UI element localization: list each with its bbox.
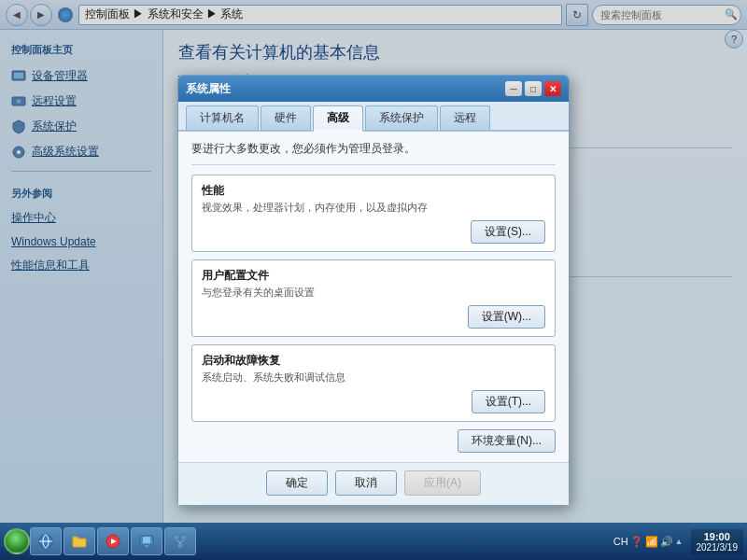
user-profiles-title: 用户配置文件: [202, 268, 545, 284]
arrow-tray[interactable]: ▲: [675, 537, 684, 546]
help-tray-icon[interactable]: ❓: [630, 536, 643, 548]
volume-tray-icon[interactable]: 🔊: [660, 536, 673, 548]
dialog-titlebar: 系统属性 ─ □ ✕: [178, 76, 569, 102]
svg-rect-13: [145, 545, 148, 547]
user-profiles-section: 用户配置文件 与您登录有关的桌面设置 设置(W)...: [191, 259, 556, 337]
apply-button[interactable]: 应用(A): [404, 470, 481, 496]
clock-date: 2021/3/19: [697, 542, 739, 553]
dialog-close-button[interactable]: ✕: [544, 81, 561, 96]
user-profiles-settings-button[interactable]: 设置(W)...: [468, 305, 545, 329]
tab-remote-label: 远程: [454, 111, 476, 124]
performance-title: 性能: [202, 183, 545, 199]
tab-hardware-label: 硬件: [275, 111, 297, 124]
svg-line-17: [176, 539, 180, 543]
user-profiles-desc: 与您登录有关的桌面设置: [202, 286, 545, 300]
screen-icon: [139, 534, 154, 549]
dialog-overlay: 系统属性 ─ □ ✕ 计算机名 硬件 高级 系统保护: [0, 0, 747, 523]
env-vars-row: 环境变量(N)...: [191, 429, 556, 453]
folder-icon: [72, 534, 87, 549]
language-indicator[interactable]: CH: [613, 536, 628, 547]
desktop: ◀ ▶ 控制面板 ▶ 系统和安全 ▶ 系统 ↻ 🔍: [0, 0, 747, 560]
ie-icon: [38, 534, 53, 549]
svg-line-18: [180, 539, 184, 543]
tab-hardware[interactable]: 硬件: [261, 105, 311, 130]
dialog-title: 系统属性: [186, 81, 505, 97]
svg-rect-14: [174, 535, 179, 539]
dialog-tabs: 计算机名 硬件 高级 系统保护 远程: [178, 102, 569, 132]
performance-desc: 视觉效果，处理器计划，内存使用，以及虚拟内存: [202, 201, 545, 215]
startup-recovery-desc: 系统启动、系统失败和调试信息: [202, 371, 545, 385]
tab-system-protection-label: 系统保护: [379, 111, 424, 124]
environment-variables-button[interactable]: 环境变量(N)...: [458, 429, 556, 453]
taskbar: CH ❓ 📶 🔊 ▲ 19:00 2021/3/19: [0, 523, 747, 560]
tab-advanced-label: 高级: [327, 111, 349, 124]
tray-icons: CH ❓ 📶 🔊 ▲: [610, 536, 687, 548]
tab-computer-name-label: 计算机名: [200, 111, 245, 124]
taskbar-item-ie[interactable]: [30, 527, 62, 555]
start-button[interactable]: [4, 528, 30, 554]
startup-recovery-section: 启动和故障恢复 系统启动、系统失败和调试信息 设置(T)...: [191, 344, 556, 422]
dialog-controls: ─ □ ✕: [505, 81, 561, 96]
taskbar-item-network[interactable]: [164, 527, 196, 555]
media-icon: [106, 534, 120, 549]
ok-button[interactable]: 确定: [266, 470, 328, 496]
clock-time: 19:00: [697, 531, 739, 542]
performance-settings-button[interactable]: 设置(S)...: [471, 220, 545, 244]
performance-btn-row: 设置(S)...: [202, 220, 545, 244]
startup-recovery-title: 启动和故障恢复: [202, 353, 545, 369]
performance-section: 性能 视觉效果，处理器计划，内存使用，以及虚拟内存 设置(S)...: [191, 175, 556, 252]
taskbar-items: [30, 527, 610, 555]
taskbar-item-folder[interactable]: [63, 527, 95, 555]
clock-area[interactable]: 19:00 2021/3/19: [691, 529, 744, 554]
dialog-minimize-button[interactable]: ─: [505, 81, 522, 96]
dialog-footer: 确定 取消 应用(A): [178, 462, 569, 505]
svg-rect-12: [143, 537, 150, 543]
user-profiles-btn-row: 设置(W)...: [202, 305, 545, 329]
tab-advanced[interactable]: 高级: [313, 105, 363, 132]
tab-computer-name[interactable]: 计算机名: [186, 105, 259, 130]
startup-recovery-settings-button[interactable]: 设置(T)...: [472, 390, 545, 413]
dialog-body: 要进行大多数更改，您必须作为管理员登录。 性能 视觉效果，处理器计划，内存使用，…: [178, 132, 569, 462]
taskbar-right: CH ❓ 📶 🔊 ▲ 19:00 2021/3/19: [610, 529, 743, 554]
system-properties-dialog: 系统属性 ─ □ ✕ 计算机名 硬件 高级 系统保护: [177, 75, 570, 506]
cancel-button[interactable]: 取消: [335, 470, 397, 496]
svg-rect-16: [177, 543, 183, 548]
dialog-admin-note: 要进行大多数更改，您必须作为管理员登录。: [191, 141, 556, 165]
tab-remote[interactable]: 远程: [440, 105, 490, 130]
startup-recovery-btn-row: 设置(T)...: [202, 390, 545, 413]
taskbar-item-screen[interactable]: [131, 527, 162, 555]
network-icon: [173, 534, 188, 549]
svg-rect-15: [181, 535, 187, 539]
network-tray-icon[interactable]: 📶: [645, 536, 658, 548]
dialog-maximize-button[interactable]: □: [525, 81, 542, 96]
tab-system-protection[interactable]: 系统保护: [365, 105, 438, 130]
taskbar-item-media[interactable]: [97, 527, 129, 555]
